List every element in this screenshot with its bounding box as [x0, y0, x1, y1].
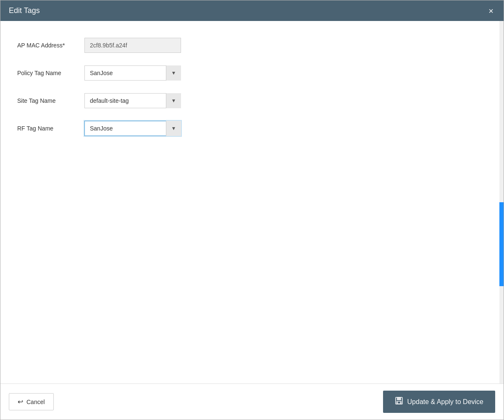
policy-tag-select[interactable]: SanJose default-policy-tag [84, 65, 181, 81]
dialog-body: AP MAC Address* Policy Tag Name SanJose … [0, 21, 504, 383]
site-tag-label: Site Tag Name [17, 97, 84, 104]
dialog-header: Edit Tags × [0, 0, 504, 21]
rf-tag-label: RF Tag Name [17, 125, 84, 132]
ap-mac-input[interactable] [84, 38, 181, 53]
site-tag-select[interactable]: default-site-tag SanJose-site-tag [84, 93, 181, 108]
edit-tags-dialog: Edit Tags × AP MAC Address* Policy Tag N… [0, 0, 504, 420]
site-tag-row: Site Tag Name default-site-tag SanJose-s… [17, 93, 487, 108]
policy-tag-label: Policy Tag Name [17, 70, 84, 76]
dialog-title: Edit Tags [9, 6, 40, 15]
close-button[interactable]: × [487, 7, 495, 15]
cancel-label: Cancel [26, 399, 45, 405]
dialog-footer: ↩ Cancel Update & Apply to Device [0, 383, 504, 420]
policy-tag-select-wrapper: SanJose default-policy-tag ▼ [84, 65, 181, 81]
update-label: Update & Apply to Device [407, 398, 483, 406]
update-apply-button[interactable]: Update & Apply to Device [383, 391, 495, 413]
site-tag-select-wrapper: default-site-tag SanJose-site-tag ▼ [84, 93, 181, 108]
scrollbar-thumb[interactable] [499, 202, 504, 286]
rf-tag-select[interactable]: SanJose default-rf-tag [84, 121, 181, 136]
rf-tag-row: RF Tag Name SanJose default-rf-tag ▼ [17, 121, 487, 136]
policy-tag-row: Policy Tag Name SanJose default-policy-t… [17, 65, 487, 81]
svg-rect-3 [398, 402, 400, 404]
rf-tag-select-wrapper: SanJose default-rf-tag ▼ [84, 121, 181, 136]
scrollbar-track [499, 21, 504, 383]
cancel-button[interactable]: ↩ Cancel [9, 393, 54, 410]
ap-mac-row: AP MAC Address* [17, 38, 487, 53]
save-icon [395, 397, 403, 407]
undo-icon: ↩ [18, 398, 23, 406]
svg-rect-1 [397, 397, 401, 400]
ap-mac-label: AP MAC Address* [17, 42, 84, 49]
